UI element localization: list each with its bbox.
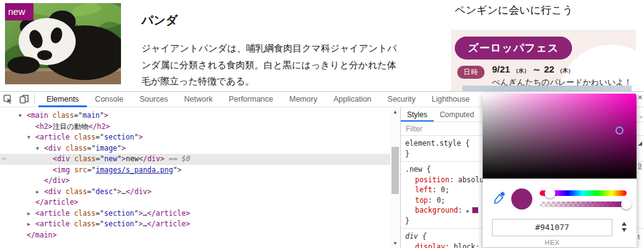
- code-tag: >: [138, 133, 143, 141]
- panda-desc-line: ジャイアントパンダは、哺乳綱食肉目クマ科ジャイアントパ: [141, 40, 443, 57]
- dom-node[interactable]: ▶<div class="desc">…</div>: [0, 187, 390, 198]
- expand-arrow-open-icon[interactable]: ▼: [27, 132, 35, 143]
- code-tag: <img: [53, 166, 74, 174]
- hex-input[interactable]: #941077: [492, 219, 612, 236]
- chevron-right-icon[interactable]: ＞: [638, 113, 644, 122]
- dom-node[interactable]: </div>: [0, 175, 390, 187]
- code-tag: </h2>: [88, 122, 110, 131]
- event-badge: ズーロッパフェス: [455, 37, 572, 60]
- dom-node[interactable]: </article>: [0, 197, 390, 208]
- styles-tab-computed[interactable]: Computed: [434, 107, 480, 122]
- code-tag: <main: [27, 111, 53, 120]
- code-val: section: [104, 209, 134, 218]
- hex-stepper[interactable]: [622, 222, 628, 232]
- property-value: 0;: [437, 196, 445, 205]
- expand-arrow-closed-icon[interactable]: ▶: [36, 187, 44, 198]
- code-punct: =": [96, 154, 104, 163]
- code-attr: class: [66, 144, 87, 153]
- elements-scrollbar[interactable]: ▲ ▼: [390, 107, 400, 248]
- code-tag: >: [117, 187, 122, 196]
- webpage-area: new パンダ ジャイアントパンダは、哺乳綱食肉目クマ科ジャイアントパ ンダ属に…: [0, 0, 644, 91]
- value-expand-icon[interactable]: ▶: [467, 208, 470, 214]
- penguin-heading: ペンギンに会いに行こう: [455, 3, 573, 17]
- code-tag: <article: [35, 133, 74, 141]
- panda-desc-line: ンダ属に分類される食肉類。白と黒にはっきりと分かれた体: [141, 57, 443, 74]
- expand-arrow-closed-icon[interactable]: ▶: [27, 219, 35, 230]
- code-val: image: [96, 144, 117, 153]
- opacity-slider-thumb[interactable]: [621, 199, 632, 210]
- tab-security[interactable]: Security: [380, 92, 424, 107]
- scroll-down-icon[interactable]: ▼: [390, 241, 400, 246]
- dom-node[interactable]: <h2>注目の動物</h2>: [0, 122, 390, 133]
- dom-node[interactable]: </main>: [0, 230, 390, 241]
- tab-memory[interactable]: Memory: [281, 92, 325, 107]
- expand-arrow-open-icon[interactable]: ▼: [19, 110, 27, 122]
- styles-tab-styles[interactable]: Styles: [401, 107, 434, 122]
- inspect-element-icon[interactable]: [0, 92, 16, 106]
- dom-node[interactable]: ▶<article class="section">…</article>: [0, 208, 390, 219]
- devtools-close-icon[interactable]: ✕: [637, 94, 643, 102]
- dom-node[interactable]: ▶<article class="section">…</article>: [0, 219, 390, 230]
- event-thumbnail: [462, 86, 632, 91]
- tab-performance[interactable]: Performance: [221, 92, 282, 107]
- stepper-down-icon[interactable]: [622, 228, 627, 232]
- code-attr: class: [74, 133, 96, 141]
- color-picker-popup: #941077 HEX: [483, 94, 637, 247]
- tab-elements[interactable]: Elements: [38, 92, 87, 107]
- dom-node[interactable]: <img src="images/s_panda.png">: [0, 165, 390, 176]
- property-name: display: [415, 242, 445, 248]
- scroll-up-icon[interactable]: ▲: [390, 109, 400, 115]
- dom-node[interactable]: ▼<div class="image">: [0, 143, 390, 154]
- expand-arrow-open-icon[interactable]: ▼: [36, 143, 44, 154]
- property-name: background: [415, 206, 458, 215]
- stylesheet-link-fragment[interactable]: 9: [638, 162, 642, 169]
- dom-node[interactable]: ▼<main class="main">: [0, 110, 390, 122]
- code-val: main: [83, 111, 100, 120]
- code-text: …: [122, 187, 126, 196]
- hue-slider-thumb[interactable]: [545, 188, 555, 198]
- color-selection-ring[interactable]: [615, 126, 624, 135]
- tab-console[interactable]: Console: [87, 92, 132, 107]
- code-link: images/s_panda.png: [96, 166, 173, 174]
- tab-network[interactable]: Network: [176, 92, 221, 107]
- node-gutter-dots-icon[interactable]: ⋯: [2, 154, 7, 165]
- code-attr: class: [74, 209, 96, 218]
- code-tag: >: [104, 111, 109, 120]
- code-punct: =": [96, 219, 104, 228]
- code-tag: </div>: [139, 154, 165, 163]
- saturation-brightness-area[interactable]: [483, 94, 637, 179]
- device-toolbar-icon[interactable]: [16, 92, 32, 106]
- dom-node-selected[interactable]: ⋯<div class="new">new</div> == $0: [0, 154, 390, 165]
- expand-arrow-closed-icon[interactable]: ▶: [27, 208, 35, 219]
- code-text: new: [126, 154, 139, 163]
- code-val: section: [104, 219, 134, 228]
- code-text: 注目の動物: [53, 122, 89, 131]
- code-punct: ": [117, 144, 122, 153]
- devtools-tabs: ElementsConsoleSourcesNetworkPerformance…: [38, 92, 478, 107]
- code-tag: <div: [44, 187, 66, 196]
- resize-corner-icon: [638, 141, 642, 146]
- current-color-swatch[interactable]: [511, 188, 532, 210]
- tab-sources[interactable]: Sources: [132, 92, 176, 107]
- panda-heading: パンダ: [141, 12, 443, 29]
- tab-lighthouse[interactable]: Lighthouse: [424, 92, 478, 107]
- tab-application[interactable]: Application: [325, 92, 379, 107]
- code-attr: class: [74, 219, 96, 228]
- code-attr: class: [74, 154, 96, 163]
- code-punct: ": [100, 111, 104, 120]
- color-swatch-square[interactable]: [472, 207, 478, 213]
- scrollbar-thumb[interactable]: [391, 147, 399, 194]
- dom-node[interactable]: ▼<article class="section">: [0, 132, 390, 143]
- stepper-up-icon[interactable]: [622, 222, 627, 226]
- event-date: 9/21 （水） ～ 22 （木）: [492, 64, 632, 76]
- code-tag: <article: [35, 219, 74, 228]
- hex-format-label: HEX: [492, 239, 612, 246]
- eyedropper-icon[interactable]: [492, 192, 506, 205]
- property-value: block;: [454, 242, 480, 248]
- property-name: position: [415, 175, 449, 184]
- code-attr: src: [74, 166, 87, 174]
- opacity-slider[interactable]: [540, 202, 627, 207]
- code-punct: =": [87, 166, 96, 174]
- penguin-event-card: ズーロッパフェス 日時 9/21 （水） ～ 22 （木） ぺんぎんたちのパレー…: [451, 30, 636, 91]
- code-tag: </article>: [35, 198, 78, 206]
